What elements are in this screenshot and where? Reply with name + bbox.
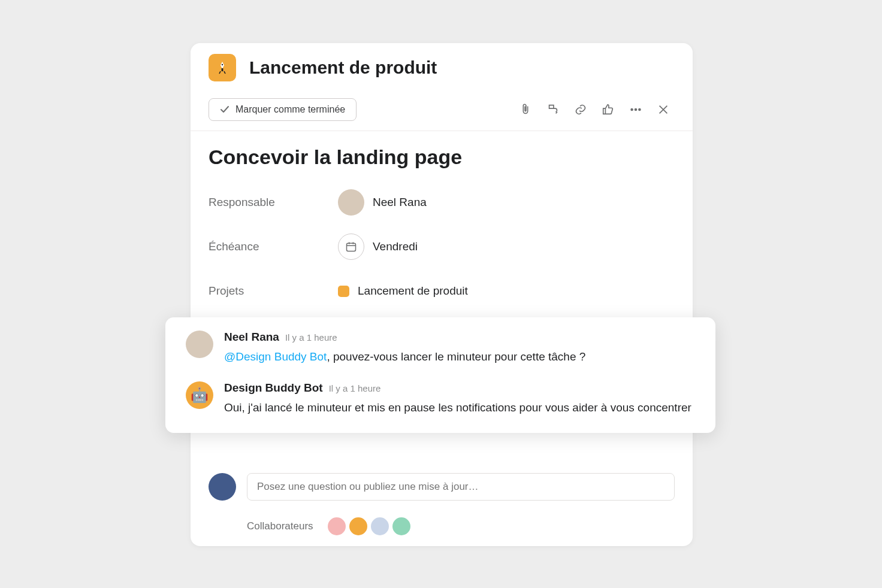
robot-icon: 🤖: [191, 387, 209, 404]
comment-input[interactable]: [247, 473, 675, 501]
mark-complete-label: Marquer comme terminée: [235, 104, 345, 115]
assignee-avatar: [338, 189, 364, 216]
composer: [209, 473, 675, 501]
due-label: Échéance: [209, 240, 338, 253]
svg-point-3: [635, 109, 637, 111]
rocket-icon: [215, 60, 229, 75]
close-icon: [657, 103, 670, 116]
copy-link-button[interactable]: [569, 98, 592, 121]
svg-rect-5: [347, 243, 356, 251]
more-icon: [629, 103, 642, 116]
collaborator-avatar[interactable]: [371, 517, 389, 535]
due-text: Vendredi: [373, 240, 418, 253]
comment-body: Neel Rana Il y a 1 heure @Design Buddy B…: [224, 331, 695, 366]
due-row: Échéance Vendredi: [209, 230, 675, 263]
comment-author: Design Buddy Bot: [224, 381, 323, 395]
collaborator-avatar[interactable]: [328, 517, 346, 535]
like-button[interactable]: [597, 98, 620, 121]
comment: Neel Rana Il y a 1 heure @Design Buddy B…: [186, 331, 695, 366]
panel-header: Lancement de produit: [191, 43, 693, 92]
svg-point-4: [639, 109, 641, 111]
subtask-button[interactable]: [542, 98, 564, 121]
task-panel: Lancement de produit Marquer comme termi…: [191, 43, 693, 546]
collaborator-avatar[interactable]: [349, 517, 367, 535]
comment-text: @Design Buddy Bot, pouvez-vous lancer le…: [224, 348, 695, 366]
project-title: Lancement de produit: [249, 57, 437, 78]
assignee-label: Responsable: [209, 196, 338, 209]
subtask-icon: [546, 103, 560, 116]
assignee-name: Neel Rana: [373, 196, 427, 209]
collaborators-label: Collaborateurs: [247, 520, 313, 532]
collaborator-avatars[interactable]: [328, 517, 410, 535]
mention[interactable]: @Design Buddy Bot: [224, 350, 327, 363]
svg-point-2: [631, 109, 633, 111]
comment-avatar: [186, 331, 213, 358]
comment-time: Il y a 1 heure: [285, 332, 337, 343]
projects-value[interactable]: Lancement de produit: [338, 284, 468, 298]
comment-text-rest: , pouvez-vous lancer le minuteur pour ce…: [327, 350, 585, 363]
svg-point-1: [222, 64, 223, 65]
task-body: Concevoir la landing page Responsable Ne…: [191, 131, 693, 308]
mark-complete-button[interactable]: Marquer comme terminée: [209, 98, 357, 121]
comment-text: Oui, j'ai lancé le minuteur et mis en pa…: [224, 399, 695, 417]
like-icon: [602, 103, 615, 116]
projects-label: Projets: [209, 284, 338, 298]
calendar-icon-wrap: [338, 234, 364, 260]
projects-row: Projets Lancement de produit: [209, 274, 675, 308]
bot-avatar: 🤖: [186, 381, 213, 409]
link-icon: [574, 103, 587, 116]
comment-author: Neel Rana: [224, 331, 279, 344]
collaborator-avatar[interactable]: [392, 517, 410, 535]
comment-time: Il y a 1 heure: [329, 383, 381, 393]
task-title[interactable]: Concevoir la landing page: [209, 146, 675, 169]
toolbar: Marquer comme terminée: [191, 92, 693, 131]
comments-card: Neel Rana Il y a 1 heure @Design Buddy B…: [165, 317, 715, 433]
current-user-avatar: [209, 473, 236, 501]
more-button[interactable]: [624, 98, 647, 121]
check-icon: [220, 105, 229, 114]
attachment-button[interactable]: [514, 98, 537, 121]
project-chip: [338, 286, 349, 297]
assignee-value[interactable]: Neel Rana: [338, 189, 427, 216]
project-name: Lancement de produit: [358, 284, 468, 298]
comment: 🤖 Design Buddy Bot Il y a 1 heure Oui, j…: [186, 381, 695, 417]
project-icon: [209, 54, 236, 81]
assignee-row: Responsable Neel Rana: [209, 186, 675, 219]
comment-body: Design Buddy Bot Il y a 1 heure Oui, j'a…: [224, 381, 695, 417]
calendar-icon: [345, 241, 357, 253]
due-value[interactable]: Vendredi: [338, 234, 418, 260]
attachment-icon: [519, 103, 532, 116]
close-button[interactable]: [652, 98, 675, 121]
svg-rect-0: [222, 68, 223, 71]
collaborators-row: Collaborateurs: [247, 517, 410, 535]
